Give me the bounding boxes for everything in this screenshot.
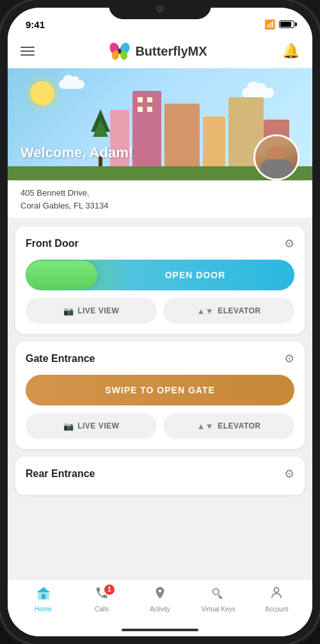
- notification-bell-icon[interactable]: 🔔: [282, 43, 300, 59]
- svg-point-4: [118, 49, 122, 54]
- front-door-card: Front Door ⚙ OPEN DOOR 📷 LIVE VIEW ▲▼: [15, 226, 305, 334]
- avatar: [253, 134, 300, 180]
- nav-item-activity[interactable]: Activity: [131, 586, 189, 613]
- battery-fill: [280, 22, 291, 27]
- elevator-icon: ▲▼: [196, 421, 214, 431]
- activity-icon: [153, 586, 167, 604]
- svg-point-10: [275, 587, 279, 592]
- logo-text: ButterflyMX: [135, 44, 207, 59]
- building2: [132, 91, 161, 168]
- hero-banner: Welcome, Adam!: [8, 68, 312, 180]
- open-door-button[interactable]: OPEN DOOR: [26, 260, 294, 290]
- gate-elevator-button[interactable]: ▲▼ ELEVATOR: [163, 413, 294, 439]
- phone-screen: 9:41 📶: [8, 8, 312, 636]
- home-nav-label: Home: [35, 606, 52, 613]
- bottom-nav: Home 1 Calls: [8, 579, 312, 624]
- menu-line: [20, 47, 35, 48]
- address-line1: 405 Bennett Drive,: [20, 188, 90, 198]
- live-view-label: LIVE VIEW: [77, 306, 119, 315]
- gate-live-view-button[interactable]: 📷 LIVE VIEW: [26, 413, 157, 439]
- tree-top2: [93, 119, 108, 137]
- activity-nav-label: Activity: [150, 606, 170, 613]
- calls-nav-label: Calls: [95, 606, 109, 613]
- phone-frame: 9:41 📶: [0, 0, 320, 644]
- front-door-settings-icon[interactable]: ⚙: [284, 237, 294, 251]
- gate-settings-icon[interactable]: ⚙: [284, 352, 294, 366]
- virtual-keys-nav-label: Virtual Keys: [202, 606, 236, 613]
- card-header: Front Door ⚙: [26, 237, 294, 251]
- gate-secondary-buttons: 📷 LIVE VIEW ▲▼ ELEVATOR: [26, 413, 294, 439]
- home-icon: [36, 586, 51, 604]
- menu-line: [20, 54, 35, 56]
- building3: [164, 104, 200, 168]
- gate-entrance-title: Gate Entrance: [26, 353, 95, 365]
- address-line2: Coral Gables, FL 33134: [20, 201, 109, 210]
- camera: [156, 5, 164, 13]
- rear-card-header: Rear Entrance ⚙: [26, 467, 294, 481]
- avatar-image: [255, 136, 298, 178]
- hamburger-menu[interactable]: [20, 47, 35, 56]
- menu-line: [20, 51, 35, 52]
- avatar-body: [260, 159, 292, 178]
- home-bar: [8, 624, 312, 636]
- swipe-gate-button[interactable]: SWIPE TO OPEN GATE: [26, 375, 294, 405]
- battery-icon: [279, 20, 294, 28]
- sun-decoration: [30, 81, 54, 106]
- account-icon: [269, 586, 284, 604]
- swipe-gate-label: SWIPE TO OPEN GATE: [105, 385, 215, 395]
- cloud2-decoration: [242, 88, 274, 98]
- calls-badge: 1: [104, 585, 115, 595]
- hero-text-area: Welcome, Adam!: [20, 145, 133, 161]
- address-bar: 405 Bennett Drive, Coral Gables, FL 3313…: [8, 180, 312, 219]
- welcome-message: Welcome, Adam!: [20, 145, 133, 161]
- rear-entrance-card: Rear Entrance ⚙: [15, 457, 305, 495]
- logo-area: ButterflyMX: [109, 41, 207, 61]
- front-door-live-view-button[interactable]: 📷 LIVE VIEW: [26, 298, 157, 324]
- front-door-title: Front Door: [26, 238, 79, 249]
- camera-icon: 📷: [63, 421, 74, 431]
- status-time: 9:41: [26, 19, 45, 30]
- nav-item-calls[interactable]: 1 Calls: [72, 586, 131, 613]
- open-door-label: OPEN DOOR: [96, 270, 294, 280]
- butterfly-logo-icon: [109, 41, 130, 61]
- cloud1-decoration: [59, 80, 84, 89]
- elevator-label: ELEVATOR: [218, 306, 260, 315]
- svg-point-9: [213, 588, 219, 594]
- nav-item-account[interactable]: Account: [248, 586, 306, 613]
- scroll-content[interactable]: Front Door ⚙ OPEN DOOR 📷 LIVE VIEW ▲▼: [8, 219, 312, 579]
- svg-marker-7: [37, 587, 50, 592]
- address-text: 405 Bennett Drive, Coral Gables, FL 3313…: [20, 187, 300, 212]
- elevator-icon: ▲▼: [196, 306, 214, 316]
- nav-item-home[interactable]: Home: [14, 586, 72, 613]
- wifi-icon: 📶: [264, 19, 275, 29]
- front-door-secondary-buttons: 📷 LIVE VIEW ▲▼ ELEVATOR: [26, 298, 294, 324]
- gate-entrance-card: Gate Entrance ⚙ SWIPE TO OPEN GATE 📷 LIV…: [15, 342, 305, 449]
- svg-rect-8: [42, 594, 45, 599]
- building4: [203, 116, 225, 168]
- notch: [109, 0, 211, 19]
- account-nav-label: Account: [265, 606, 288, 613]
- virtual-keys-icon: [211, 586, 225, 604]
- gate-card-header: Gate Entrance ⚙: [26, 352, 294, 366]
- nav-item-virtual-keys[interactable]: Virtual Keys: [189, 586, 248, 613]
- home-indicator: [122, 629, 198, 631]
- rear-entrance-title: Rear Entrance: [26, 468, 95, 480]
- open-door-handle: [27, 261, 97, 289]
- main-content: ButterflyMX 🔔: [8, 36, 312, 636]
- camera-icon: 📷: [63, 306, 74, 316]
- front-door-elevator-button[interactable]: ▲▼ ELEVATOR: [163, 298, 294, 324]
- gate-elevator-label: ELEVATOR: [218, 421, 260, 430]
- rear-settings-icon[interactable]: ⚙: [284, 467, 294, 481]
- status-icons: 📶: [264, 19, 294, 29]
- app-header: ButterflyMX 🔔: [8, 36, 312, 68]
- gate-live-view-label: LIVE VIEW: [77, 421, 119, 430]
